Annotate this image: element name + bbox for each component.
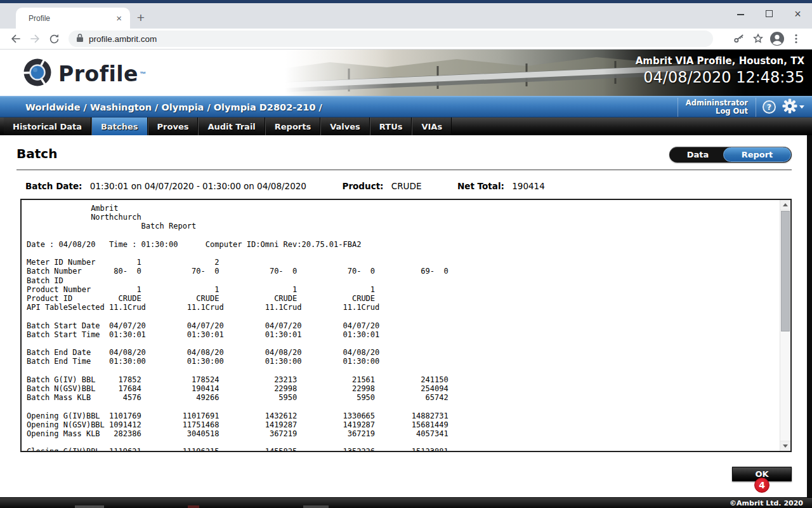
back-icon[interactable]	[6, 30, 25, 47]
page-content: Batch Data Report Batch Date: 01:30:01 o…	[0, 135, 812, 497]
browser-window: Profile × + × profile.ambrit.com	[0, 0, 812, 508]
tab-vias[interactable]: VIAs	[412, 117, 452, 135]
chevron-down-icon	[799, 105, 804, 109]
copyright-text: ©Ambrit Ltd. 2020	[730, 499, 803, 507]
batch-summary: Batch Date: 01:30:01 on 04/07/2020 - 01:…	[25, 181, 545, 191]
breadcrumb[interactable]: Worldwide / Washington / Olympia / Olymp…	[25, 102, 322, 112]
tab-audit-trail[interactable]: Audit Trail	[198, 117, 265, 135]
url-text[interactable]: profile.ambrit.com	[89, 34, 157, 44]
avatar-icon[interactable]	[768, 30, 787, 47]
header-right: Ambrit VIA Profile, Houston, TX 04/08/20…	[636, 55, 804, 86]
batch-report-panel: Ambrit Northchurch Batch Report Date : 0…	[20, 199, 792, 452]
taskbar-sliver	[188, 505, 199, 508]
minimize-icon[interactable]	[726, 3, 755, 24]
settings-menu[interactable]	[782, 98, 804, 116]
page-footer: ©Ambrit Ltd. 2020	[0, 497, 812, 508]
forward-icon[interactable]	[25, 30, 44, 47]
maximize-icon[interactable]	[755, 3, 783, 24]
report-scrollbar[interactable]	[780, 200, 790, 451]
logout-link[interactable]: Log Out	[686, 107, 748, 116]
tab-proves[interactable]: Proves	[148, 117, 199, 135]
batch-date-label: Batch Date:	[25, 181, 82, 191]
help-icon[interactable]: ?	[763, 100, 776, 114]
photo-fade-left	[273, 50, 393, 96]
reload-icon[interactable]	[44, 30, 63, 47]
browser-tab[interactable]: Profile ×	[16, 8, 130, 29]
product-label: Product:	[343, 181, 384, 191]
profile-logo[interactable]: Profile ™	[23, 58, 146, 90]
net-total-value: 190414	[512, 181, 545, 191]
nav-tabs: Historical Data Batches Proves Audit Tra…	[0, 117, 812, 135]
header-datetime: 04/08/2020 12:48:35	[636, 69, 804, 86]
scrollbar-thumb[interactable]	[781, 211, 790, 331]
tab-historical-data[interactable]: Historical Data	[4, 117, 91, 135]
user-block: Admininstrator Log Out	[678, 98, 756, 117]
lock-icon	[76, 33, 84, 45]
scroll-up-icon[interactable]	[780, 200, 790, 210]
address-bar[interactable]: profile.ambrit.com	[69, 30, 713, 47]
toggle-report-button[interactable]: Report	[723, 147, 791, 162]
logo-wordmark: Profile	[58, 62, 138, 86]
site-location-title: Ambrit VIA Profile, Houston, TX	[636, 55, 804, 67]
app-header: Profile ™ Ambrit VIA Profile, Houston, T…	[0, 50, 812, 96]
toolbar-right	[730, 30, 806, 47]
star-icon[interactable]	[749, 30, 768, 47]
trademark-symbol: ™	[140, 70, 146, 77]
page-right-edge	[807, 135, 812, 497]
user-name: Admininstrator	[686, 99, 748, 107]
new-tab-button[interactable]: +	[132, 9, 150, 27]
gear-icon[interactable]	[782, 98, 797, 116]
batch-report-text: Ambrit Northchurch Batch Report Date : 0…	[22, 200, 779, 451]
batch-date-value: 01:30:01 on 04/07/2020 - 01:30:00 on 04/…	[90, 181, 306, 191]
notification-badge: 4	[754, 478, 769, 493]
key-icon[interactable]	[730, 30, 749, 47]
close-icon[interactable]: ×	[783, 3, 812, 24]
tab-close-icon[interactable]: ×	[114, 13, 124, 23]
tab-valves[interactable]: Valves	[320, 117, 370, 135]
taskbar-sliver	[303, 505, 329, 508]
profile-logo-icon	[23, 58, 52, 90]
breadcrumb-right: Admininstrator Log Out ?	[678, 98, 804, 117]
browser-toolbar: profile.ambrit.com	[0, 29, 812, 50]
menu-dots-icon[interactable]	[787, 30, 806, 47]
tab-reports[interactable]: Reports	[265, 117, 320, 135]
window-controls: ×	[726, 3, 812, 24]
view-toggle: Data Report	[669, 147, 792, 163]
title-divider	[16, 170, 792, 170]
browser-tab-title: Profile	[29, 14, 114, 23]
net-total-label: Net Total:	[457, 181, 504, 191]
taskbar-sliver	[75, 505, 104, 508]
browser-tabstrip: Profile × + ×	[0, 3, 812, 29]
breadcrumb-bar: Worldwide / Washington / Olympia / Olymp…	[0, 96, 812, 117]
toggle-data-button[interactable]: Data	[669, 147, 726, 163]
scroll-down-icon[interactable]	[780, 441, 790, 451]
page-title: Batch	[16, 146, 57, 161]
product-value: CRUDE	[391, 181, 422, 191]
tab-rtus[interactable]: RTUs	[370, 117, 412, 135]
tab-batches[interactable]: Batches	[91, 117, 147, 135]
